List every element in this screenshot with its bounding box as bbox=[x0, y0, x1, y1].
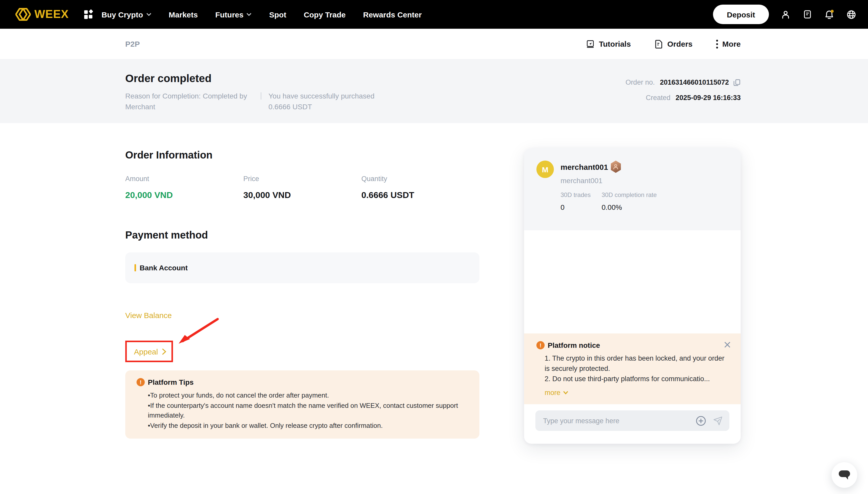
notice-line: 1. The crypto in this order has been loc… bbox=[544, 354, 731, 374]
tutorials-book-icon bbox=[586, 39, 595, 49]
platform-notice-header: Platform notice bbox=[536, 341, 731, 349]
price-field: Price 30,000 VND bbox=[243, 175, 362, 201]
main-content: Order Information Amount 20,000 VND Pric… bbox=[0, 123, 868, 444]
weex-logo-text: WEEX bbox=[34, 8, 69, 21]
price-value: 30,000 VND bbox=[243, 190, 362, 201]
tip-item: •If the counterparty's account name does… bbox=[148, 400, 469, 420]
support-chat-button[interactable] bbox=[832, 462, 857, 488]
completion-reason: Reason for Completion: Completed by Merc… bbox=[125, 91, 260, 112]
payment-method-name: Bank Account bbox=[140, 264, 188, 272]
orders-link[interactable]: Orders bbox=[654, 39, 692, 49]
appeal-link[interactable]: Appeal bbox=[134, 347, 166, 356]
send-message-icon[interactable] bbox=[713, 415, 723, 426]
appeal-annotation-box: Appeal bbox=[125, 341, 173, 362]
nav-item-buy-crypto[interactable]: Buy Crypto bbox=[101, 10, 151, 19]
profile-icon[interactable] bbox=[780, 9, 791, 20]
platform-notice-title: Platform notice bbox=[548, 341, 600, 349]
quantity-label: Quantity bbox=[362, 175, 479, 183]
platform-tips-list: •To protect your funds, do not cancel th… bbox=[148, 391, 469, 431]
subnav-actions: Tutorials Orders More bbox=[586, 39, 741, 49]
notice-more-link[interactable]: more bbox=[544, 389, 568, 397]
annotation-arrow bbox=[169, 313, 226, 354]
orders-history-icon[interactable] bbox=[802, 9, 813, 19]
stat-30d-trades: 30D trades 0 bbox=[560, 191, 602, 211]
nav-item-rewards-center[interactable]: Rewards Center bbox=[363, 10, 422, 19]
deposit-button[interactable]: Deposit bbox=[713, 5, 769, 24]
order-status-title: Order completed bbox=[125, 72, 388, 84]
divider bbox=[261, 92, 261, 99]
order-fields: Amount 20,000 VND Price 30,000 VND Quant… bbox=[125, 175, 479, 201]
notifications-bell-icon[interactable] bbox=[824, 9, 835, 20]
more-menu[interactable]: More bbox=[716, 39, 741, 49]
amount-value: 20,000 VND bbox=[125, 190, 243, 201]
nav-item-futures[interactable]: Futures bbox=[215, 10, 252, 19]
platform-tips-header: Platform Tips bbox=[136, 378, 469, 386]
chat-merchant-header: M merchant001 merchant001 bbox=[524, 148, 741, 230]
apps-grid-icon[interactable] bbox=[83, 9, 93, 19]
chat-panel: M merchant001 merchant001 bbox=[524, 148, 741, 444]
order-status-band: Order completed Reason for Completion: C… bbox=[0, 59, 868, 123]
message-input[interactable] bbox=[543, 417, 689, 424]
weex-logo[interactable]: WEEX bbox=[15, 8, 69, 21]
view-balance-link[interactable]: View Balance bbox=[125, 311, 172, 320]
breadcrumb-p2p[interactable]: P2P bbox=[125, 39, 140, 48]
chevron-right-icon bbox=[162, 348, 166, 355]
tutorials-link[interactable]: Tutorials bbox=[586, 39, 631, 49]
close-icon[interactable] bbox=[724, 341, 731, 348]
chat-message-area bbox=[524, 230, 741, 334]
kebab-menu-icon bbox=[716, 39, 718, 49]
price-label: Price bbox=[243, 175, 362, 183]
order-information-heading: Order Information bbox=[125, 149, 479, 161]
platform-notice: Platform notice 1. The crypto in this or… bbox=[524, 334, 741, 404]
p2p-order-page: WEEX Buy Crypto Markets Futures Spot Cop… bbox=[0, 0, 868, 494]
quantity-value: 0.6666 USDT bbox=[362, 190, 479, 201]
tip-item: •Verify the deposit in your bank or wall… bbox=[148, 420, 469, 431]
quantity-field: Quantity 0.6666 USDT bbox=[362, 175, 479, 201]
merchant-info: merchant001 merchant001 bbox=[560, 160, 621, 185]
stat-label: 30D trades bbox=[560, 191, 602, 198]
nav-item-markets[interactable]: Markets bbox=[169, 10, 198, 19]
order-meta: Order no. 201631466010115072 Created 202… bbox=[626, 72, 741, 123]
chat-bubble-icon bbox=[838, 469, 851, 481]
platform-tips-title: Platform Tips bbox=[148, 378, 193, 386]
p2p-subnav: P2P Tutorials Orders bbox=[0, 29, 868, 59]
order-no-row: Order no. 201631466010115072 bbox=[626, 78, 741, 86]
order-status-left: Order completed Reason for Completion: C… bbox=[125, 72, 388, 123]
platform-notice-lines: 1. The crypto in this order has been loc… bbox=[544, 354, 731, 384]
merchant-avatar[interactable]: M bbox=[536, 160, 554, 178]
nav-item-copy-trade[interactable]: Copy Trade bbox=[303, 10, 346, 19]
language-globe-icon[interactable] bbox=[846, 9, 857, 20]
order-no-label: Order no. bbox=[626, 78, 655, 86]
tip-item: •To protect your funds, do not cancel th… bbox=[148, 391, 469, 400]
notice-line: 2. Do not use third-party platforms for … bbox=[544, 374, 731, 384]
merchant-level-badge-icon bbox=[611, 160, 621, 173]
payment-method-heading: Payment method bbox=[125, 229, 479, 241]
created-value: 2025-09-29 16:16:33 bbox=[676, 94, 741, 101]
order-detail-column: Order Information Amount 20,000 VND Pric… bbox=[125, 123, 479, 444]
amount-label: Amount bbox=[125, 175, 243, 183]
merchant-row: M merchant001 merchant001 bbox=[536, 160, 730, 185]
orders-file-icon bbox=[654, 39, 663, 49]
merchant-stats: 30D trades 0 30D completion rate 0.00% bbox=[560, 191, 730, 211]
chat-input-row bbox=[524, 404, 741, 444]
stat-label: 30D completion rate bbox=[602, 191, 657, 198]
chevron-down-icon bbox=[247, 13, 252, 16]
warning-exclamation-icon bbox=[536, 341, 544, 349]
merchant-name[interactable]: merchant001 bbox=[560, 163, 608, 171]
payment-method-card[interactable]: Bank Account bbox=[125, 252, 479, 283]
chevron-down-icon bbox=[146, 13, 151, 16]
created-row: Created 2025-09-29 16:16:33 bbox=[626, 94, 741, 101]
merchant-subname: merchant001 bbox=[560, 176, 621, 185]
order-status-subtext: Reason for Completion: Completed by Merc… bbox=[125, 91, 388, 112]
purchase-summary: You have successfully purchased 0.6666 U… bbox=[269, 91, 388, 112]
nav-item-spot[interactable]: Spot bbox=[269, 10, 287, 19]
top-navbar: WEEX Buy Crypto Markets Futures Spot Cop… bbox=[0, 0, 868, 29]
nav-right-group: Deposit bbox=[713, 5, 857, 24]
created-label: Created bbox=[646, 94, 670, 101]
copy-icon[interactable] bbox=[734, 79, 741, 86]
weex-logo-icon bbox=[15, 8, 31, 21]
chevron-down-icon bbox=[563, 391, 568, 395]
attach-plus-icon[interactable] bbox=[696, 415, 706, 426]
nav-menu: Buy Crypto Markets Futures Spot Copy Tra… bbox=[101, 10, 422, 19]
message-input-bar bbox=[535, 411, 730, 431]
